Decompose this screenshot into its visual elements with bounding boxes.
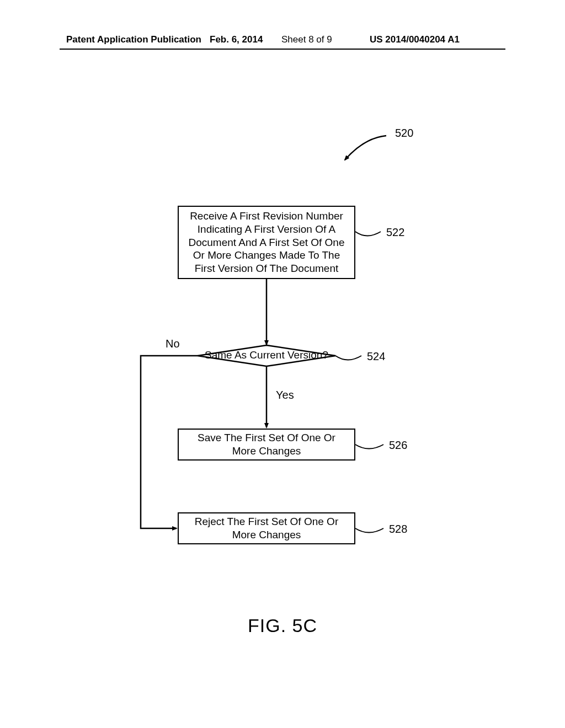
figure-caption: FIG. 5C xyxy=(0,615,565,636)
step-reject-box: Reject The First Set Of One Or More Chan… xyxy=(178,512,355,544)
step-save-ref: 526 xyxy=(389,439,407,452)
decision-ref: 524 xyxy=(367,350,385,363)
decision-no-label: No xyxy=(166,338,180,350)
page: Patent Application Publication Feb. 6, 2… xyxy=(0,0,565,728)
step-receive-ref: 522 xyxy=(386,226,404,239)
step-reject-text: Reject The First Set Of One Or More Chan… xyxy=(184,515,349,542)
step-reject-ref: 528 xyxy=(389,523,407,536)
step-receive-text: Receive A First Revision Number Indicati… xyxy=(184,210,349,275)
decision-yes-label: Yes xyxy=(276,389,294,402)
step-save-text: Save The First Set Of One Or More Change… xyxy=(184,431,349,458)
decision-text: Same As Current Version? xyxy=(205,349,328,361)
figure-ref-label: 520 xyxy=(395,127,413,140)
step-receive-box: Receive A First Revision Number Indicati… xyxy=(178,206,355,279)
decision-diamond: Same As Current Version? xyxy=(198,349,335,361)
step-save-box: Save The First Set Of One Or More Change… xyxy=(178,429,355,461)
